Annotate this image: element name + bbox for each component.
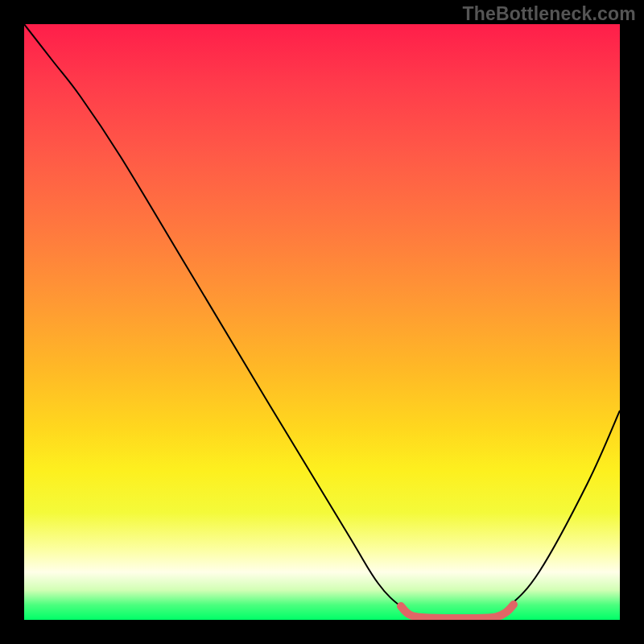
watermark-label: TheBottleneck.com <box>462 3 636 25</box>
curve-layer <box>24 24 620 620</box>
bottleneck-curve <box>24 24 620 618</box>
valley-marker <box>401 605 514 618</box>
plot-area <box>24 24 620 620</box>
chart-container: TheBottleneck.com <box>0 0 644 644</box>
